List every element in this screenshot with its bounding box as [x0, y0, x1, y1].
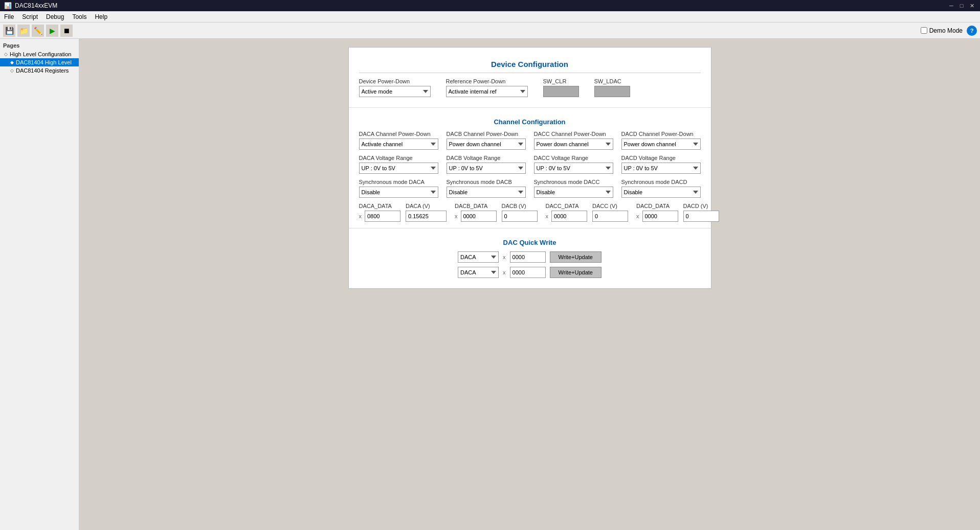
data-grid: DACA_DATA x DACA (V)	[359, 203, 701, 222]
quick-write-value-2[interactable]	[510, 267, 546, 278]
reference-powerdown-group: Reference Power-Down Activate internal r…	[446, 78, 528, 97]
expand-arrow: ◇	[4, 52, 8, 57]
sidebar-item-high-level-config[interactable]: ◇ High Level Configuration	[0, 50, 79, 58]
device-config-title: Device Configuration	[359, 54, 701, 73]
daca-powerdown-label: DACA Channel Power-Down	[359, 131, 438, 137]
menu-script[interactable]: Script	[18, 12, 42, 21]
menu-tools[interactable]: Tools	[68, 12, 91, 21]
daca-volt-group: DACA (V)	[406, 203, 447, 222]
demo-mode-label: Demo Mode	[929, 27, 963, 34]
dacd-data-label: DACD_DATA	[636, 203, 678, 209]
quick-write-title: DAC Quick Write	[359, 235, 701, 251]
dacc-powerdown-select[interactable]: Activate channel Power down channel	[534, 139, 613, 150]
daca-sync-col: Synchronous mode DACA Disable Enable	[359, 179, 438, 198]
dacc-volt-input[interactable]	[592, 211, 628, 222]
dacd-vrange-select[interactable]: UP : 0V to 5V	[621, 163, 701, 174]
content-area: Device Configuration Device Power-Down A…	[79, 39, 980, 530]
dacc-sync-select[interactable]: Disable Enable	[534, 187, 613, 198]
dacb-data-label: DACB_DATA	[455, 203, 497, 209]
daca-data-x: x	[359, 213, 362, 219]
daca-sync-select[interactable]: Disable Enable	[359, 187, 438, 198]
daca-vrange-col: DACA Voltage Range UP : 0V to 5V UP : 0V…	[359, 155, 438, 174]
toolbar-save-button[interactable]: 💾	[3, 25, 15, 37]
daca-data-input[interactable]	[365, 211, 400, 222]
dacc-powerdown-col: DACC Channel Power-Down Activate channel…	[534, 131, 613, 150]
dacb-powerdown-label: DACB Channel Power-Down	[447, 131, 526, 137]
dacd-data-input[interactable]	[642, 211, 678, 222]
dacd-data-x: x	[636, 213, 639, 219]
quick-write-value-1[interactable]	[510, 251, 546, 263]
dacc-data-col: DACC_DATA x DACC (V)	[546, 203, 629, 222]
dacb-volt-label: DACB (V)	[502, 203, 538, 209]
toolbar: 💾 📁 ✏️ ▶ ⏹ Demo Mode ?	[0, 22, 980, 39]
daca-vrange-select[interactable]: UP : 0V to 5V UP : 0V to 2.5V UP : 0V to…	[359, 163, 438, 174]
dacd-vrange-col: DACD Voltage Range UP : 0V to 5V	[621, 155, 701, 174]
write-update-button-2[interactable]: Write+Update	[550, 267, 602, 278]
dacd-powerdown-select[interactable]: Activate channel Power down channel	[621, 139, 701, 150]
sidebar-item-dac81404-highlevel[interactable]: ◆ DAC81404 High Level	[0, 58, 79, 66]
dacd-volt-input[interactable]	[683, 211, 719, 222]
reference-powerdown-select[interactable]: Activate internal ref Power down ref Ext…	[446, 86, 528, 97]
reference-powerdown-label: Reference Power-Down	[446, 78, 528, 84]
dacc-sync-col: Synchronous mode DACC Disable Enable	[534, 179, 613, 198]
daca-sync-label: Synchronous mode DACA	[359, 179, 438, 185]
daca-vrange-label: DACA Voltage Range	[359, 155, 438, 161]
selected-arrow: ◆	[10, 60, 14, 65]
sw-clr-group: SW_CLR	[543, 78, 579, 97]
dacb-sync-col: Synchronous mode DACB Disable Enable	[447, 179, 526, 198]
sw-ldac-button[interactable]	[594, 86, 630, 97]
daca-volt-input[interactable]	[406, 211, 447, 222]
sw-clr-label: SW_CLR	[543, 78, 579, 84]
dacd-volt-group: DACD (V)	[683, 203, 719, 222]
minimize-button[interactable]: ─	[947, 2, 955, 10]
quick-write-section: DAC Quick Write DACA DACB DACC DACD x Wr…	[349, 228, 711, 288]
dacc-vrange-select[interactable]: UP : 0V to 5V	[534, 163, 613, 174]
dacc-volt-group: DACC (V)	[592, 203, 628, 222]
daca-data-label: DACA_DATA	[359, 203, 401, 209]
device-powerdown-group: Device Power-Down Active mode Power down…	[359, 78, 431, 97]
toolbar-edit-button[interactable]: ✏️	[32, 25, 44, 37]
dacc-data-row: x	[546, 211, 588, 222]
dacb-powerdown-select[interactable]: Activate channel Power down channel	[447, 139, 526, 150]
dacb-vrange-col: DACB Voltage Range UP : 0V to 5V	[447, 155, 526, 174]
sw-ldac-group: SW_LDAC	[594, 78, 630, 97]
dacc-data-input[interactable]	[551, 211, 587, 222]
dacb-volt-input[interactable]	[502, 211, 538, 222]
dacc-vrange-label: DACC Voltage Range	[534, 155, 613, 161]
restore-button[interactable]: □	[957, 2, 966, 10]
dacd-sync-col: Synchronous mode DACD Disable Enable	[621, 179, 701, 198]
daca-data-row: x	[359, 211, 401, 222]
close-button[interactable]: ✕	[968, 2, 976, 10]
daca-data-col: DACA_DATA x DACA (V)	[359, 203, 447, 222]
toolbar-stop-button[interactable]: ⏹	[60, 25, 73, 37]
help-button[interactable]: ?	[967, 26, 977, 36]
dacc-volt-label: DACC (V)	[592, 203, 628, 209]
dacb-sync-select[interactable]: Disable Enable	[447, 187, 526, 198]
demo-mode-checkbox[interactable]	[921, 27, 927, 34]
dacd-volt-label: DACD (V)	[683, 203, 719, 209]
menu-debug[interactable]: Debug	[42, 12, 68, 21]
dacd-sync-select[interactable]: Disable Enable	[621, 187, 701, 198]
dacb-sync-label: Synchronous mode DACB	[447, 179, 526, 185]
toolbar-run-button[interactable]: ▶	[46, 25, 58, 37]
sw-clr-button[interactable]	[543, 86, 579, 97]
menu-file[interactable]: File	[0, 12, 18, 21]
menu-help[interactable]: Help	[91, 12, 112, 21]
toolbar-open-button[interactable]: 📁	[17, 25, 30, 37]
sidebar: Pages ◇ High Level Configuration ◆ DAC81…	[0, 39, 79, 530]
pages-label: Pages	[3, 42, 19, 49]
dacb-vrange-label: DACB Voltage Range	[447, 155, 526, 161]
sidebar-item-dac81404-registers[interactable]: ◇ DAC81404 Registers	[0, 66, 79, 75]
dacb-data-group: DACB_DATA x	[455, 203, 497, 222]
sidebar-item-high-level-label: High Level Configuration	[10, 51, 71, 57]
quick-write-channel-2[interactable]: DACA DACB DACC DACD	[458, 267, 499, 278]
quick-write-row-1: DACA DACB DACC DACD x Write+Update	[359, 251, 701, 263]
quick-write-channel-1[interactable]: DACA DACB DACC DACD	[458, 251, 499, 263]
daca-powerdown-select[interactable]: Activate channel Power down channel	[359, 139, 438, 150]
device-powerdown-select[interactable]: Active mode Power down 1k Power down 100…	[359, 86, 431, 97]
write-update-button-1[interactable]: Write+Update	[550, 251, 602, 263]
dacb-data-input[interactable]	[461, 211, 497, 222]
dacd-vrange-label: DACD Voltage Range	[621, 155, 701, 161]
dacb-vrange-select[interactable]: UP : 0V to 5V	[447, 163, 526, 174]
channel-config-section: Channel Configuration DACA Channel Power…	[349, 108, 711, 228]
